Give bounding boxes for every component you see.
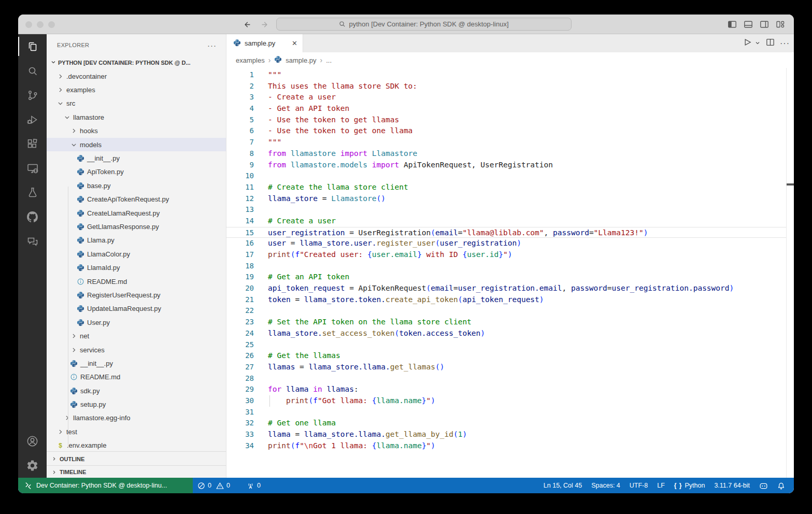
tree-item-models[interactable]: models — [47, 138, 226, 151]
language-mode-status[interactable]: { } Python — [669, 478, 710, 493]
activity-item-source-control[interactable] — [18, 83, 47, 107]
tree-item-CreateLlamaRequest.py[interactable]: CreateLlamaRequest.py — [47, 206, 226, 220]
tree-item-UpdateLlamaRequest.py[interactable]: UpdateLlamaRequest.py — [47, 302, 226, 316]
run-python-file-button[interactable] — [742, 37, 752, 49]
code-line[interactable]: 16user = llama_store.user.register_user(… — [226, 238, 794, 249]
editor-scrollbar[interactable] — [786, 68, 794, 478]
toggle-secondary-sidebar-button[interactable] — [759, 19, 770, 30]
code-line[interactable]: 28 — [226, 373, 794, 384]
tree-item-setup.py[interactable]: setup.py — [47, 397, 226, 411]
breadcrumb-folder[interactable]: examples — [236, 56, 265, 64]
code-line[interactable]: 7""" — [226, 137, 794, 148]
tree-item-User.py[interactable]: User.py — [47, 316, 226, 329]
code-line[interactable]: 18 — [226, 261, 794, 272]
outline-section-header[interactable]: OUTLINE — [47, 451, 226, 466]
code-line[interactable]: 17print(f"Created user: {user.email} wit… — [226, 249, 794, 261]
tree-item-RegisterUserRequest.py[interactable]: RegisterUserRequest.py — [47, 288, 226, 302]
code-line[interactable]: 20api_token_request = ApiTokenRequest(em… — [226, 283, 794, 294]
code-area[interactable]: 1"""2This uses the llama store SDK to:3-… — [226, 68, 794, 478]
code-line[interactable]: 25 — [226, 339, 794, 351]
toggle-primary-sidebar-button[interactable] — [727, 19, 737, 30]
explorer-more-actions-button[interactable]: ··· — [207, 41, 217, 50]
code-line[interactable]: 9from llamastore.models import ApiTokenR… — [226, 160, 794, 171]
activity-item-search[interactable] — [18, 59, 47, 83]
tree-item-net[interactable]: net — [47, 329, 226, 342]
tree-item-base.py[interactable]: base.py — [47, 179, 226, 192]
command-center-search[interactable]: python [Dev Container: Python SDK @ desk… — [276, 18, 572, 31]
code-line[interactable]: 27llamas = llama_store.llama.get_llamas(… — [226, 362, 794, 373]
activity-item-extensions[interactable] — [18, 132, 47, 156]
code-line[interactable]: 23# Set the API token on the llama store… — [226, 317, 794, 328]
activity-item-explorer[interactable] — [18, 34, 47, 59]
python-interpreter-status[interactable]: 3.11.7 64-bit — [709, 478, 754, 493]
indentation-status[interactable]: Spaces: 4 — [587, 478, 625, 493]
code-line[interactable]: 12llama_store = Llamastore() — [226, 193, 794, 205]
tree-item-src[interactable]: src — [47, 97, 226, 110]
tree-item-README.md[interactable]: README.md — [47, 370, 226, 384]
code-line[interactable]: 19# Get an API token — [226, 272, 794, 283]
tree-item-llamastore.egg-info[interactable]: llamastore.egg-info — [47, 411, 226, 425]
tree-item-LlamaId.py[interactable]: LlamaId.py — [47, 261, 226, 274]
activity-item-run-and-debug[interactable] — [18, 107, 47, 132]
breadcrumb-file[interactable]: sample.py — [286, 56, 316, 64]
customize-layout-button[interactable] — [775, 19, 786, 30]
problems-status[interactable]: 0 0 — [193, 478, 235, 493]
code-line[interactable]: 24llama_store.set_access_token(token.acc… — [226, 328, 794, 339]
code-line[interactable]: 26# Get the llamas — [226, 350, 794, 362]
tree-item-examples[interactable]: examples — [47, 83, 226, 96]
zoom-traffic-light[interactable] — [48, 21, 55, 28]
code-line[interactable]: 5- Use the token to get llamas — [226, 115, 794, 126]
tree-item-hooks[interactable]: hooks — [47, 124, 226, 138]
notifications-status[interactable] — [773, 478, 790, 493]
copilot-status[interactable] — [754, 478, 773, 493]
code-line[interactable]: 33llama = llama_store.llama.get_llama_by… — [226, 429, 794, 440]
code-line[interactable]: 2This uses the llama store SDK to: — [226, 81, 794, 92]
cursor-position-status[interactable]: Ln 15, Col 45 — [539, 478, 587, 493]
close-tab-icon[interactable]: ✕ — [292, 39, 297, 47]
code-line[interactable]: 21token = llama_store.token.create_api_t… — [226, 294, 794, 306]
activity-item-github[interactable] — [18, 205, 47, 229]
code-line[interactable]: 6- Use the token to get one llama — [226, 125, 794, 137]
code-line[interactable]: 8from llamastore import Llamastore — [226, 148, 794, 160]
timeline-section-header[interactable]: TIMELINE — [47, 465, 226, 478]
navigate-forward-button[interactable] — [261, 15, 269, 34]
tab-sample-py[interactable]: sample.py ✕ — [226, 34, 303, 52]
activity-item-manage[interactable] — [18, 453, 47, 478]
tree-item-.devcontainer[interactable]: .devcontainer — [47, 69, 226, 83]
activity-item-comments[interactable] — [18, 229, 47, 253]
tree-item-README.md[interactable]: README.md — [47, 275, 226, 288]
code-line[interactable]: 34print(f"\nGot 1 llama: {llama.name}") — [226, 440, 794, 452]
tree-item-LlamaColor.py[interactable]: LlamaColor.py — [47, 247, 226, 261]
activity-item-remote-explorer[interactable] — [18, 156, 47, 180]
code-line[interactable]: 31 — [226, 407, 794, 418]
workspace-section-header[interactable]: PYTHON [DEV CONTAINER: PYTHON SDK @ D... — [47, 56, 226, 69]
tree-item-__init__.py[interactable]: __init__.py — [47, 356, 226, 370]
remote-indicator[interactable]: Dev Container: Python SDK @ desktop-linu… — [18, 478, 193, 493]
ports-status[interactable]: 0 — [242, 478, 265, 493]
code-line[interactable]: 10 — [226, 170, 794, 182]
close-traffic-light[interactable] — [25, 21, 32, 28]
code-line[interactable]: 1""" — [226, 69, 794, 81]
activity-item-accounts[interactable] — [18, 429, 47, 453]
minimize-traffic-light[interactable] — [37, 21, 44, 28]
split-editor-button[interactable] — [765, 37, 775, 49]
code-line[interactable]: 32# Get one llama — [226, 418, 794, 429]
tree-item-sdk.py[interactable]: sdk.py — [47, 384, 226, 397]
tree-item-llamastore[interactable]: llamastore — [47, 110, 226, 124]
eol-status[interactable]: LF — [652, 478, 669, 493]
code-line[interactable]: 13 — [226, 204, 794, 216]
tree-item-CreateApiTokenRequest.py[interactable]: CreateApiTokenRequest.py — [47, 193, 226, 206]
code-line[interactable]: 15user_registration = UserRegistration(e… — [226, 227, 794, 238]
navigate-back-button[interactable] — [243, 15, 251, 34]
activity-item-testing[interactable] — [18, 180, 47, 205]
code-line[interactable]: 22 — [226, 305, 794, 317]
code-line[interactable]: 14# Create a user — [226, 216, 794, 227]
tree-item-GetLlamasResponse.py[interactable]: GetLlamasResponse.py — [47, 220, 226, 233]
more-actions-button[interactable]: ··· — [780, 39, 790, 48]
tree-item-ApiToken.py[interactable]: ApiToken.py — [47, 165, 226, 179]
run-dropdown-button[interactable] — [754, 39, 761, 48]
tree-item-.env.example[interactable]: $.env.example — [47, 439, 226, 452]
toggle-panel-button[interactable] — [743, 19, 753, 30]
tree-item-Llama.py[interactable]: Llama.py — [47, 234, 226, 247]
tree-item-test[interactable]: test — [47, 425, 226, 438]
